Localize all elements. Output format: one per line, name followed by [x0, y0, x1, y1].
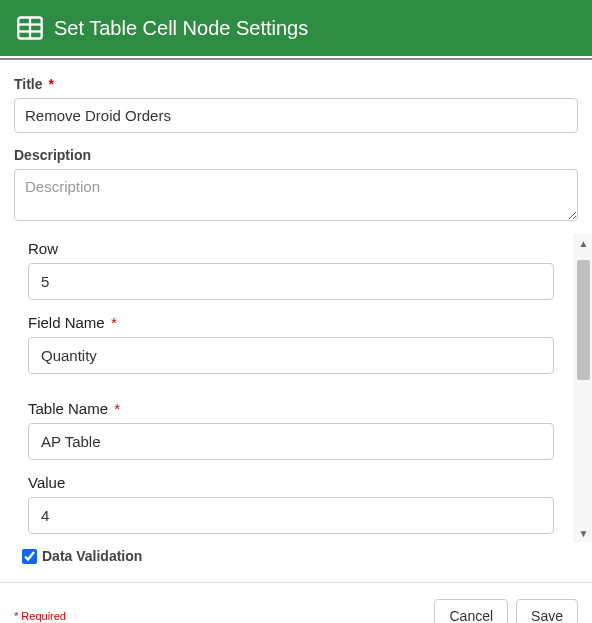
- button-group: Cancel Save: [434, 599, 578, 623]
- scrollable-form-section: Row Field Name * Table Name * Value ▲ ▼: [0, 234, 592, 542]
- value-label-text: Value: [28, 474, 65, 491]
- table-name-input[interactable]: [28, 423, 554, 460]
- title-label-text: Title: [14, 76, 43, 92]
- form-top-section: Title * Description: [0, 60, 592, 234]
- table-icon: [16, 14, 44, 42]
- value-label: Value: [28, 474, 554, 491]
- scroll-up-arrow[interactable]: ▲: [575, 234, 592, 252]
- field-name-label: Field Name *: [28, 314, 554, 331]
- scroll-content: Row Field Name * Table Name * Value: [0, 234, 574, 542]
- data-validation-row: Data Validation: [0, 542, 592, 570]
- dialog-footer: * Required Cancel Save: [0, 583, 592, 623]
- dialog-title: Set Table Cell Node Settings: [54, 17, 308, 40]
- required-asterisk: *: [111, 314, 117, 331]
- field-name-input[interactable]: [28, 337, 554, 374]
- title-label: Title *: [14, 76, 578, 92]
- table-name-label-text: Table Name: [28, 400, 108, 417]
- data-validation-checkbox[interactable]: [22, 549, 37, 564]
- required-note: * Required: [14, 610, 66, 622]
- row-label: Row: [28, 240, 554, 257]
- title-input[interactable]: [14, 98, 578, 133]
- row-input[interactable]: [28, 263, 554, 300]
- dialog-header: Set Table Cell Node Settings: [0, 0, 592, 56]
- scrollbar[interactable]: ▲ ▼: [574, 234, 592, 542]
- data-validation-label: Data Validation: [42, 548, 142, 564]
- description-textarea[interactable]: [14, 169, 578, 221]
- scroll-down-arrow[interactable]: ▼: [575, 524, 592, 542]
- scroll-track[interactable]: [575, 252, 592, 524]
- required-asterisk: *: [48, 76, 53, 92]
- save-button[interactable]: Save: [516, 599, 578, 623]
- row-label-text: Row: [28, 240, 58, 257]
- field-name-label-text: Field Name: [28, 314, 105, 331]
- value-input[interactable]: [28, 497, 554, 534]
- required-asterisk: *: [114, 400, 120, 417]
- cancel-button[interactable]: Cancel: [434, 599, 508, 623]
- description-label: Description: [14, 147, 578, 163]
- scroll-thumb[interactable]: [577, 260, 590, 380]
- table-name-label: Table Name *: [28, 400, 554, 417]
